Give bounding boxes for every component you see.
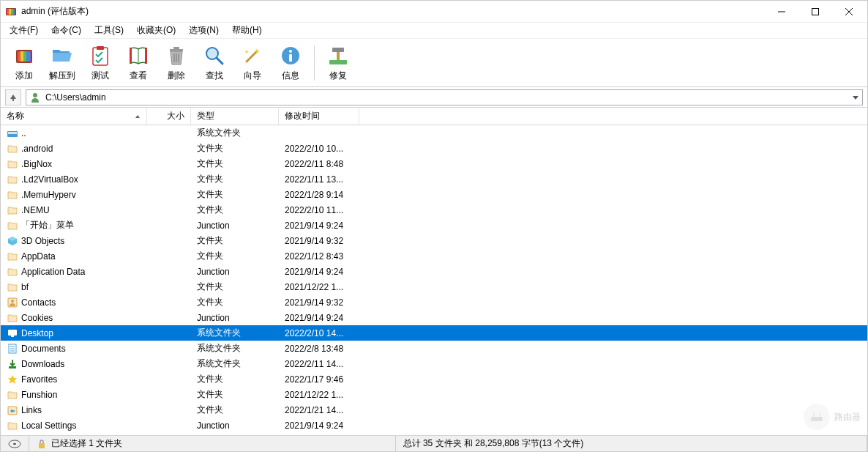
cell-date: 2021/12/22 1... bbox=[279, 282, 359, 292]
cell-name: 「开始」菜单 bbox=[1, 219, 147, 231]
svg-rect-13 bbox=[26, 51, 29, 62]
svg-rect-15 bbox=[93, 48, 108, 65]
maximize-button[interactable] bbox=[798, 1, 832, 23]
table-row[interactable]: Local SettingsJunction2021/9/14 9:24 bbox=[1, 418, 867, 433]
svg-line-26 bbox=[217, 58, 222, 64]
dropdown-icon[interactable] bbox=[852, 94, 859, 101]
table-row[interactable]: Funshion文件夹2021/12/22 1... bbox=[1, 387, 867, 402]
table-row[interactable]: bf文件夹2021/12/22 1... bbox=[1, 279, 867, 294]
table-row[interactable]: Downloads系统文件夹2022/2/11 14... bbox=[1, 356, 867, 371]
col-size[interactable]: 大小 bbox=[147, 108, 191, 125]
col-name[interactable]: 名称 bbox=[1, 108, 147, 125]
wizard-button[interactable]: 向导 bbox=[233, 41, 272, 85]
cell-type: 系统文件夹 bbox=[191, 327, 279, 339]
svg-rect-31 bbox=[329, 60, 347, 64]
table-row[interactable]: .MemuHyperv文件夹2022/1/28 9:14 bbox=[1, 187, 867, 202]
menu-tools[interactable]: 工具(S) bbox=[89, 23, 130, 38]
cell-name: Contacts bbox=[1, 297, 147, 308]
cell-date: 2022/2/11 14... bbox=[279, 359, 359, 369]
cell-name: Application Data bbox=[1, 266, 147, 278]
cell-date: 2021/9/14 9:32 bbox=[279, 236, 359, 246]
file-icon bbox=[7, 389, 18, 401]
svg-rect-33 bbox=[332, 48, 344, 52]
table-row[interactable]: .Ld2VirtualBox文件夹2022/1/11 13... bbox=[1, 171, 867, 187]
table-row[interactable]: 「开始」菜单Junction2021/9/14 9:24 bbox=[1, 218, 867, 233]
file-list[interactable]: ..系统文件夹.android文件夹2022/2/10 10....BigNox… bbox=[1, 125, 867, 435]
cell-type: 文件夹 bbox=[191, 204, 279, 216]
cell-type: 文件夹 bbox=[191, 404, 279, 416]
svg-rect-45 bbox=[9, 366, 16, 368]
table-row[interactable]: .NEMU文件夹2022/2/10 11... bbox=[1, 202, 867, 218]
lock-icon bbox=[37, 439, 47, 449]
folder-open-icon bbox=[50, 44, 74, 67]
table-row[interactable]: .android文件夹2022/2/10 10... bbox=[1, 141, 867, 156]
svg-rect-30 bbox=[289, 54, 292, 62]
svg-rect-10 bbox=[18, 51, 20, 62]
cell-name: Local Settings bbox=[1, 420, 147, 431]
cell-name: bf bbox=[1, 281, 147, 293]
cell-type: 文件夹 bbox=[191, 296, 279, 308]
path-input[interactable]: C:\Users\admin bbox=[26, 89, 863, 105]
menu-command[interactable]: 命令(C) bbox=[45, 23, 87, 38]
repair-button[interactable]: 修复 bbox=[319, 41, 357, 85]
file-icon bbox=[7, 127, 18, 139]
svg-rect-1 bbox=[7, 9, 9, 15]
add-button[interactable]: 添加 bbox=[5, 41, 43, 85]
svg-rect-19 bbox=[145, 48, 147, 64]
cell-name: 3D Objects bbox=[1, 235, 147, 247]
status-total: 总计 35 文件夹 和 28,259,808 字节(13 个文件) bbox=[396, 436, 867, 451]
cell-name: Downloads bbox=[1, 358, 147, 370]
cell-date: 2022/1/12 8:43 bbox=[279, 251, 359, 262]
col-type[interactable]: 类型 bbox=[191, 108, 279, 125]
test-button[interactable]: 测试 bbox=[81, 41, 119, 85]
cell-type: 文件夹 bbox=[191, 158, 279, 170]
minimize-button[interactable] bbox=[765, 1, 798, 23]
cell-date: 2021/9/14 9:24 bbox=[279, 313, 359, 323]
delete-button[interactable]: 删除 bbox=[157, 41, 195, 85]
table-row[interactable]: ..系统文件夹 bbox=[1, 125, 867, 141]
svg-point-29 bbox=[289, 50, 292, 53]
column-headers: 名称 大小 类型 修改时间 bbox=[1, 108, 867, 125]
svg-rect-49 bbox=[39, 443, 45, 448]
close-button[interactable] bbox=[832, 1, 866, 23]
cell-date: 2022/1/11 13... bbox=[279, 174, 359, 185]
table-row[interactable]: Application DataJunction2021/9/14 9:24 bbox=[1, 264, 867, 279]
router-icon bbox=[809, 410, 824, 424]
svg-rect-6 bbox=[812, 8, 819, 15]
cell-date: 2022/2/10 14... bbox=[279, 328, 359, 338]
up-button[interactable] bbox=[5, 89, 21, 105]
table-row[interactable]: Contacts文件夹2021/9/14 9:32 bbox=[1, 294, 867, 310]
cell-name: AppData bbox=[1, 251, 147, 262]
table-row[interactable]: Desktop系统文件夹2022/2/10 14... bbox=[1, 325, 867, 341]
svg-point-48 bbox=[13, 442, 16, 445]
table-row[interactable]: Favorites文件夹2022/1/17 9:46 bbox=[1, 371, 867, 387]
col-date[interactable]: 修改时间 bbox=[279, 108, 359, 125]
trash-icon bbox=[165, 44, 188, 67]
table-row[interactable]: 3D Objects文件夹2021/9/14 9:32 bbox=[1, 233, 867, 248]
cell-date: 2022/1/17 9:46 bbox=[279, 374, 359, 385]
table-row[interactable]: CookiesJunction2021/9/14 9:24 bbox=[1, 310, 867, 325]
view-button[interactable]: 查看 bbox=[119, 41, 157, 85]
file-icon bbox=[7, 189, 18, 201]
menu-help[interactable]: 帮助(H) bbox=[226, 23, 268, 38]
table-row[interactable]: Links文件夹2022/1/21 14... bbox=[1, 402, 867, 418]
file-icon bbox=[7, 235, 18, 247]
cell-type: 文件夹 bbox=[191, 234, 279, 247]
cell-type: 系统文件夹 bbox=[191, 342, 279, 355]
menu-favorites[interactable]: 收藏夹(O) bbox=[131, 23, 182, 38]
svg-rect-36 bbox=[8, 132, 17, 134]
table-row[interactable]: Documents系统文件夹2022/2/8 13:48 bbox=[1, 341, 867, 356]
extract-button[interactable]: 解压到 bbox=[43, 41, 81, 85]
cell-type: 文件夹 bbox=[191, 142, 279, 155]
file-icon bbox=[7, 204, 18, 216]
cell-name: Desktop bbox=[1, 327, 147, 339]
table-row[interactable]: .BigNox文件夹2022/2/11 8:48 bbox=[1, 156, 867, 171]
info-button[interactable]: 信息 bbox=[272, 41, 310, 85]
svg-rect-21 bbox=[173, 47, 179, 49]
menu-options[interactable]: 选项(N) bbox=[183, 23, 225, 38]
file-icon bbox=[7, 327, 18, 339]
table-row[interactable]: AppData文件夹2022/1/12 8:43 bbox=[1, 248, 867, 264]
statusbar: 已经选择 1 文件夹 总计 35 文件夹 和 28,259,808 字节(13 … bbox=[1, 435, 867, 451]
menu-file[interactable]: 文件(F) bbox=[4, 23, 44, 38]
find-button[interactable]: 查找 bbox=[195, 41, 233, 85]
